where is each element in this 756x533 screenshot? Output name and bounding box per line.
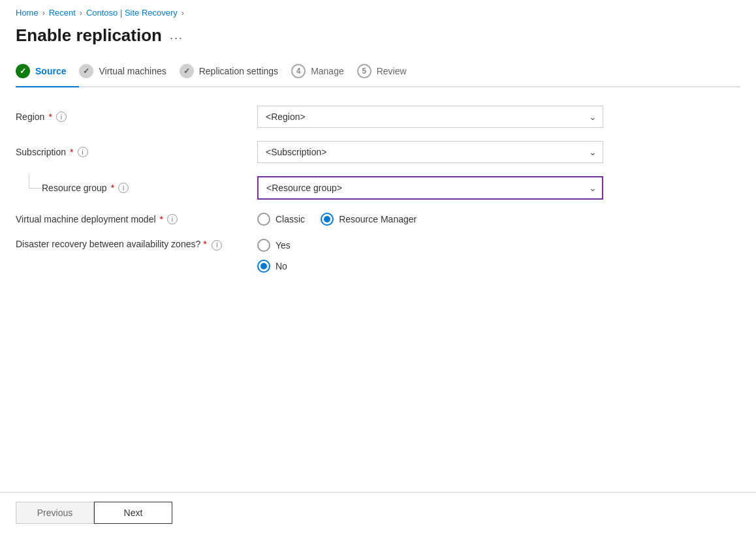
deployment-model-required: * (160, 214, 163, 224)
step-review[interactable]: 5 Review (357, 59, 420, 86)
region-required: * (48, 112, 52, 122)
deployment-model-label: Virtual machine deployment model * i (16, 214, 257, 224)
page-title-row: Enable replication ... (0, 23, 756, 59)
disaster-recovery-row: Disaster recovery between availability z… (16, 239, 603, 273)
breadcrumb-recent[interactable]: Recent (49, 8, 76, 18)
step-vm-icon: ✓ (79, 64, 93, 78)
region-info-icon[interactable]: i (56, 112, 67, 122)
breadcrumb-sep-3: › (181, 8, 184, 18)
disaster-yes-label: Yes (276, 240, 291, 251)
deployment-rm-option[interactable]: Resource Manager (321, 213, 417, 226)
disaster-no-radio (257, 260, 270, 273)
deployment-classic-label: Classic (276, 214, 305, 224)
deployment-rm-radio (321, 213, 334, 226)
resource-group-required: * (111, 183, 114, 193)
disaster-recovery-required: * (203, 239, 206, 249)
step-source[interactable]: ✓ Source (16, 59, 79, 86)
deployment-classic-option[interactable]: Classic (257, 213, 305, 226)
subscription-select[interactable]: <Subscription> (257, 141, 603, 163)
breadcrumb-sep-2: › (80, 8, 82, 18)
subscription-select-wrapper: <Subscription> ⌄ (257, 141, 603, 163)
disaster-recovery-label: Disaster recovery between availability z… (16, 239, 257, 251)
deployment-rm-label: Resource Manager (339, 214, 417, 224)
resource-group-row: Resource group * i <Resource group> ⌄ (16, 176, 603, 200)
form-section: Region * i <Region> ⌄ Subscription * i (16, 106, 603, 273)
step-review-label: Review (377, 66, 407, 76)
disaster-no-option[interactable]: No (257, 260, 603, 273)
deployment-model-radio-group: Classic Resource Manager (257, 213, 603, 226)
deployment-model-info-icon[interactable]: i (167, 214, 178, 224)
resource-group-select-wrapper: <Resource group> ⌄ (257, 176, 603, 200)
breadcrumb-sep-1: › (42, 8, 45, 18)
resource-group-select[interactable]: <Resource group> (257, 176, 603, 200)
step-rep-label: Replication settings (199, 66, 278, 76)
step-manage-icon: 4 (291, 64, 306, 78)
subscription-label: Subscription * i (16, 147, 257, 157)
subscription-control: <Subscription> ⌄ (257, 141, 603, 163)
region-row: Region * i <Region> ⌄ (16, 106, 603, 128)
disaster-recovery-label-text: Disaster recovery between availability z… (16, 239, 257, 251)
resource-group-label: Resource group * i (42, 183, 257, 193)
disaster-no-label: No (276, 261, 287, 271)
resource-group-info-icon[interactable]: i (118, 183, 129, 193)
step-replication-settings[interactable]: ✓ Replication settings (180, 59, 291, 86)
breadcrumb-contoso-site-recovery[interactable]: Contoso | Site Recovery (86, 8, 178, 18)
disaster-recovery-control: Yes No (257, 239, 603, 273)
disaster-yes-radio (257, 239, 270, 252)
more-options-button[interactable]: ... (170, 29, 183, 42)
resource-group-control: <Resource group> ⌄ (257, 176, 603, 200)
deployment-classic-radio (257, 213, 270, 226)
region-label: Region * i (16, 112, 257, 122)
disaster-recovery-radio-group: Yes No (257, 239, 603, 273)
deployment-model-row: Virtual machine deployment model * i Cla… (16, 213, 603, 226)
previous-button[interactable]: Previous (16, 502, 94, 524)
step-rep-icon: ✓ (180, 64, 194, 78)
step-virtual-machines[interactable]: ✓ Virtual machines (79, 59, 179, 86)
subscription-row: Subscription * i <Subscription> ⌄ (16, 141, 603, 163)
step-review-icon: 5 (357, 64, 371, 78)
disaster-recovery-info-icon[interactable]: i (212, 240, 222, 251)
subscription-required: * (70, 147, 73, 157)
step-vm-label: Virtual machines (99, 66, 166, 76)
page-title: Enable replication (16, 25, 162, 46)
subscription-info-icon[interactable]: i (78, 147, 88, 157)
next-button[interactable]: Next (94, 502, 172, 524)
disaster-yes-option[interactable]: Yes (257, 239, 603, 252)
region-control: <Region> ⌄ (257, 106, 603, 128)
region-select-wrapper: <Region> ⌄ (257, 106, 603, 128)
step-source-label: Source (35, 66, 66, 76)
step-manage[interactable]: 4 Manage (291, 59, 357, 86)
region-select[interactable]: <Region> (257, 106, 603, 128)
footer: Previous Next (0, 492, 756, 533)
step-source-icon: ✓ (16, 64, 30, 78)
deployment-model-control: Classic Resource Manager (257, 213, 603, 226)
step-manage-label: Manage (311, 66, 344, 76)
breadcrumb: Home › Recent › Contoso | Site Recovery … (0, 0, 756, 23)
wizard-steps: ✓ Source ✓ Virtual machines ✓ Replicatio… (16, 59, 740, 87)
breadcrumb-home[interactable]: Home (16, 8, 39, 18)
